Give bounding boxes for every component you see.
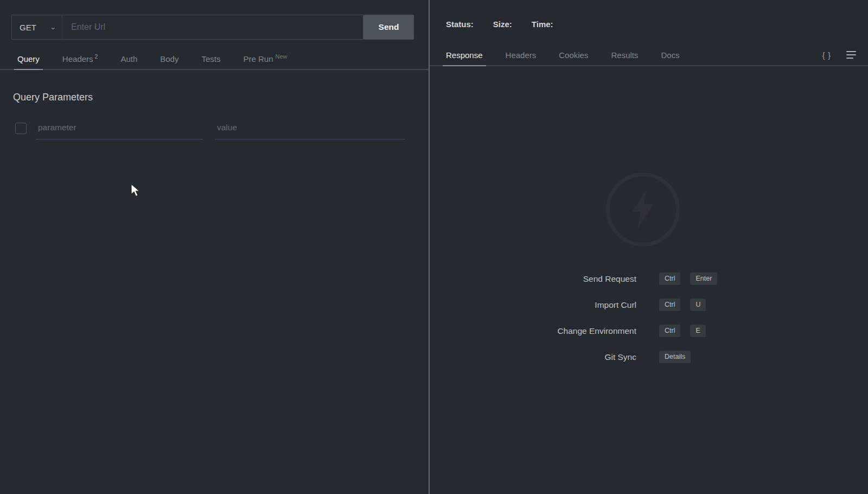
size-label: Size: bbox=[493, 20, 512, 29]
tab-response-headers[interactable]: Headers bbox=[506, 50, 537, 65]
response-meta: Status: Size: Time: bbox=[446, 20, 868, 29]
url-bar: GET ⌄ Send bbox=[11, 15, 414, 40]
thunder-client-app: GET ⌄ Send Query Headers2 Auth Body Test… bbox=[0, 0, 868, 494]
tab-pre-run[interactable]: Pre RunNew bbox=[243, 53, 287, 69]
status-label: Status: bbox=[446, 20, 474, 29]
tab-body[interactable]: Body bbox=[160, 54, 178, 69]
chevron-down-icon: ⌄ bbox=[49, 24, 56, 31]
tab-cookies[interactable]: Cookies bbox=[559, 50, 588, 65]
shortcut-import-curl-label: Import Curl bbox=[430, 300, 636, 310]
tab-results[interactable]: Results bbox=[611, 50, 638, 65]
tab-headers[interactable]: Headers2 bbox=[62, 53, 98, 69]
param-name-input[interactable] bbox=[36, 122, 203, 140]
request-panel: GET ⌄ Send Query Headers2 Auth Body Test… bbox=[0, 0, 429, 494]
menu-lines-icon[interactable] bbox=[846, 51, 856, 65]
headers-count-badge: 2 bbox=[95, 53, 98, 60]
tab-docs[interactable]: Docs bbox=[661, 50, 679, 65]
param-value-input[interactable] bbox=[215, 122, 405, 140]
response-tabs: Response Headers Cookies Results Docs { … bbox=[430, 47, 868, 66]
query-parameters-heading: Query Parameters bbox=[13, 92, 429, 103]
key-ctrl: Ctrl bbox=[659, 273, 680, 285]
format-braces-icon[interactable]: { } bbox=[822, 51, 831, 65]
param-enable-checkbox[interactable] bbox=[15, 123, 27, 134]
thunder-client-logo bbox=[606, 173, 680, 246]
http-method-dropdown[interactable]: GET ⌄ bbox=[11, 15, 62, 40]
tab-tests[interactable]: Tests bbox=[201, 54, 220, 69]
tab-response[interactable]: Response bbox=[446, 50, 483, 65]
new-badge: New bbox=[276, 53, 288, 60]
tab-auth[interactable]: Auth bbox=[120, 54, 137, 69]
key-enter: Enter bbox=[690, 273, 717, 285]
request-tabs: Query Headers2 Auth Body Tests Pre RunNe… bbox=[0, 50, 429, 70]
send-button[interactable]: Send bbox=[363, 15, 414, 40]
query-param-row bbox=[15, 122, 429, 140]
shortcut-send-request-label: Send Request bbox=[430, 274, 636, 284]
key-u: U bbox=[690, 299, 706, 311]
key-ctrl: Ctrl bbox=[659, 299, 680, 311]
git-sync-details-button[interactable]: Details bbox=[659, 351, 691, 363]
shortcut-list: Send Request Ctrl Enter Import Curl Ctrl… bbox=[430, 273, 868, 363]
key-e: E bbox=[690, 325, 705, 337]
time-label: Time: bbox=[532, 20, 553, 29]
tab-query[interactable]: Query bbox=[17, 54, 40, 69]
url-input[interactable] bbox=[62, 15, 363, 40]
response-panel: Status: Size: Time: Response Headers Coo… bbox=[430, 0, 868, 494]
key-ctrl: Ctrl bbox=[659, 325, 680, 337]
shortcut-git-sync-label: Git Sync bbox=[430, 352, 636, 362]
http-method-value: GET bbox=[20, 23, 36, 32]
shortcut-change-environment-label: Change Environment bbox=[430, 326, 636, 336]
